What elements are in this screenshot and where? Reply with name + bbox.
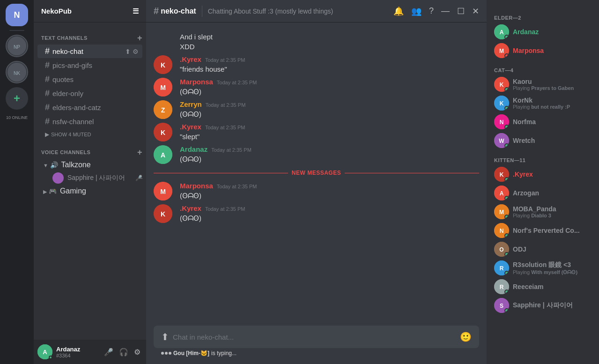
- attach-button[interactable]: ⬆: [161, 326, 169, 348]
- voice-user-sapphire[interactable]: Sapphire | 사파이어 🎤̶: [34, 171, 146, 185]
- member-item-norfma[interactable]: N Norfma: [490, 112, 595, 131]
- member-name-kornk: KorNk: [513, 97, 592, 104]
- message-timestamp: Today at 2:35 PM: [205, 57, 245, 63]
- message-group: Z Zerryn Today at 2:35 PM (ʘᗩʘ): [146, 98, 487, 121]
- channel-item-elders-and-catz[interactable]: # elders-and-catz: [37, 101, 142, 114]
- avatar: M: [154, 78, 172, 97]
- member-name-reeceiam: Reeceiam: [513, 283, 592, 290]
- settings-icon[interactable]: ⚙: [133, 48, 139, 55]
- message-text: "slept": [180, 132, 479, 141]
- svg-text:M: M: [160, 188, 166, 195]
- member-item-arzogan[interactable]: A Arzogan: [490, 184, 595, 202]
- member-item-r3solution[interactable]: R R3solution 眼鏡 <3 Playing With myself (…: [490, 259, 595, 277]
- server-header[interactable]: NekoPub ☰: [34, 0, 146, 22]
- hash-icon: #: [154, 6, 159, 16]
- channel-item-quotes[interactable]: # quotes: [37, 73, 142, 86]
- upload-icon[interactable]: ⬆: [125, 48, 131, 55]
- member-avatar-marponsa: M: [494, 43, 509, 58]
- member-info: Wretch: [513, 137, 592, 144]
- channel-item-neko-chat[interactable]: # neko-chat ⬆ ⚙: [37, 45, 142, 58]
- member-item-sapphire[interactable]: S Sapphire | 사파이어: [490, 296, 595, 315]
- member-info: Kaoru Playing Prayers to Gaben: [513, 78, 592, 91]
- member-item-norf-perverted[interactable]: N Norf's Perverted Co...: [490, 221, 595, 240]
- members-icon[interactable]: 👥: [411, 6, 422, 16]
- member-avatar-kornk: K: [494, 96, 509, 111]
- chat-header-icons: 🔔 👥 ? — ☐ ✕: [393, 6, 479, 16]
- voice-channel-gaming[interactable]: ▶ 🎮 Gaming: [37, 185, 142, 197]
- message-timestamp: Today at 2:35 PM: [217, 184, 257, 189]
- member-info: Ardanaz: [513, 28, 592, 36]
- message-text: (ʘᗩʘ): [180, 87, 479, 97]
- emoji-button[interactable]: 🙂: [460, 326, 472, 348]
- member-info: Norf's Perverted Co...: [513, 227, 592, 234]
- voice-channel-talkzone[interactable]: ▼ 🔊 Talkzone: [37, 159, 142, 171]
- chat-input-box: ⬆ 🙂: [154, 326, 479, 348]
- message-text: (ʘᗩʘ): [180, 154, 479, 164]
- voice-icon: 🔊: [50, 161, 58, 169]
- svg-text:A: A: [161, 151, 165, 159]
- online-count: 10 ONLINE: [6, 115, 28, 120]
- channel-name: elder-only: [52, 89, 83, 97]
- svg-text:NK: NK: [14, 71, 20, 76]
- typing-dot-3: [169, 352, 171, 355]
- channel-item-pics-and-gifs[interactable]: # pics-and-gifs: [37, 59, 142, 72]
- member-info: R3solution 眼鏡 <3 Playing With myself (ʘᗩ…: [513, 261, 592, 275]
- avatar: K: [154, 204, 172, 223]
- server-name: NekoPub: [41, 7, 72, 15]
- member-name-odj: ODJ: [513, 245, 592, 253]
- add-voice-channel-button[interactable]: +: [137, 148, 142, 156]
- member-item-odj[interactable]: O ODJ: [490, 240, 595, 259]
- chat-input[interactable]: [173, 328, 456, 346]
- svg-text:S: S: [500, 303, 503, 309]
- user-panel-discriminator: #3364: [56, 353, 98, 358]
- member-item-reeceiam[interactable]: R Reeceiam: [490, 277, 595, 296]
- typing-indicator: Gou [Him-🐱] is typing...: [154, 348, 479, 357]
- member-item-moba-panda[interactable]: M MOBA_Panda Playing Diablo 3: [490, 202, 595, 221]
- message-header: .Kyrex Today at 2:35 PM: [180, 123, 479, 131]
- bell-icon[interactable]: 🔔: [393, 6, 404, 16]
- member-item-marponsa[interactable]: M Marponsa: [490, 41, 595, 60]
- member-info: ODJ: [513, 245, 592, 253]
- help-icon[interactable]: ?: [429, 6, 434, 16]
- channel-sidebar: NekoPub ☰ TEXT CHANNELS + # neko-chat ⬆ …: [34, 0, 146, 364]
- avatar: K: [154, 123, 172, 141]
- member-item-kornk[interactable]: K KorNk Playing but not really :P: [490, 94, 595, 112]
- member-avatar-r3: R: [494, 260, 509, 275]
- typing-text: is typing...: [211, 350, 237, 357]
- member-item-kyrex[interactable]: K .Kyrex: [490, 165, 595, 184]
- chat-input-area: ⬆ 🙂 Gou [Him-🐱] is typing...: [146, 326, 487, 364]
- message-content: Marponsa Today at 2:35 PM (ʘᗩʘ): [180, 182, 479, 201]
- channel-actions: ⬆ ⚙: [125, 48, 139, 55]
- server-icon-2[interactable]: NP: [6, 35, 28, 57]
- server-icon-nekopub[interactable]: N: [6, 4, 28, 26]
- channel-item-nsfw-channel[interactable]: # nsfw-channel: [37, 115, 142, 128]
- new-messages-label: NEW MESSAGES: [292, 170, 341, 176]
- show-muted-button[interactable]: ▶ SHOW 4 MUTED: [37, 129, 142, 140]
- settings-icon[interactable]: ⚙: [132, 346, 142, 358]
- server-icon-3[interactable]: NK: [6, 61, 28, 83]
- member-item-ardanaz[interactable]: A Ardanaz: [490, 22, 595, 41]
- channels-scroll: TEXT CHANNELS + # neko-chat ⬆ ⚙ # pics-a…: [34, 22, 146, 340]
- member-avatar-kyrex: K: [494, 167, 509, 182]
- add-server-button[interactable]: +: [6, 87, 28, 110]
- channel-name: quotes: [52, 75, 74, 83]
- close-icon[interactable]: ✕: [472, 6, 479, 16]
- add-text-channel-button[interactable]: +: [137, 34, 142, 42]
- message-timestamp: Today at 2:35 PM: [205, 125, 245, 130]
- channel-item-elder-only[interactable]: # elder-only: [37, 87, 142, 100]
- member-item-wretch[interactable]: W Wretch: [490, 131, 595, 150]
- member-name-sapphire: Sapphire | 사파이어: [513, 301, 592, 310]
- microphone-icon[interactable]: 🎤: [102, 346, 115, 358]
- member-avatar-reeceiam: R: [494, 279, 509, 294]
- server-list-separator: [9, 30, 24, 31]
- member-avatar-arzogan: A: [494, 186, 509, 201]
- chevron-right-icon: ▶: [43, 189, 47, 194]
- member-info: Arzogan: [513, 189, 592, 197]
- headphones-icon[interactable]: 🎧: [117, 346, 130, 358]
- member-item-kaoru[interactable]: K Kaoru Playing Prayers to Gaben: [490, 75, 595, 94]
- minimize-icon[interactable]: —: [441, 6, 450, 16]
- member-name-marponsa: Marponsa: [513, 47, 592, 54]
- message-group: A Ardanaz Today at 2:35 PM (ʘᗩʘ): [146, 143, 487, 166]
- maximize-icon[interactable]: ☐: [457, 6, 465, 16]
- hamburger-icon[interactable]: ☰: [133, 7, 139, 15]
